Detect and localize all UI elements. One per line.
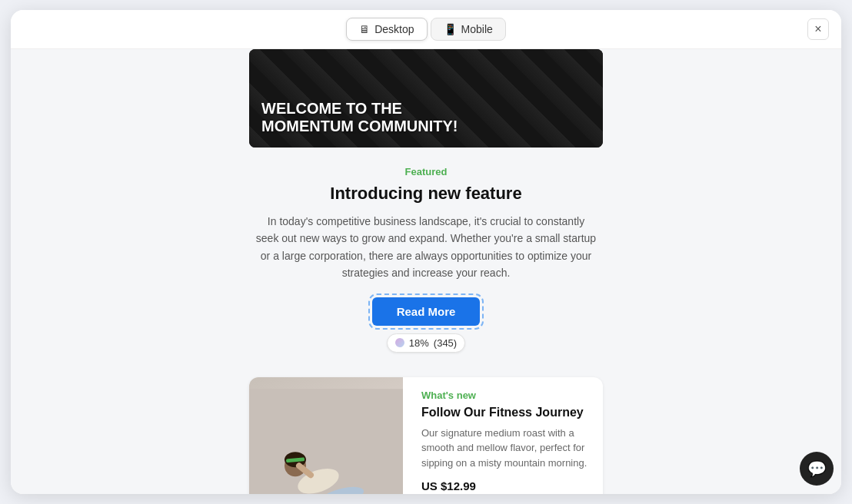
featured-rating-count: (345) — [434, 337, 457, 349]
fitness-card-price: US $12.99 — [421, 479, 591, 492]
hero-text: WELCOME TO THE MOMENTUM COMMUNITY! — [261, 100, 458, 135]
featured-rating-percentage: 18% — [409, 337, 429, 349]
close-icon: × — [814, 22, 821, 36]
read-more-button[interactable]: Read More — [372, 297, 481, 326]
hero-banner: WELCOME TO THE MOMENTUM COMMUNITY! — [249, 49, 603, 148]
featured-description: In today's competitive business landscap… — [255, 213, 597, 282]
page-container: WELCOME TO THE MOMENTUM COMMUNITY! Featu… — [249, 49, 603, 494]
featured-tag: Featured — [255, 166, 597, 177]
desktop-view-button[interactable]: 🖥 Desktop — [346, 18, 427, 41]
fitness-card-description: Our signature medium roast with a smooth… — [421, 426, 591, 471]
whats-new-tag: What's new — [421, 390, 591, 401]
featured-rating-badge: 18% (345) — [387, 333, 465, 353]
close-button[interactable]: × — [807, 18, 829, 40]
fitness-card-title: Follow Our Fitness Journey — [421, 406, 591, 419]
fitness-card: 2kg 2% (12) What's new Follow Our Fitnes… — [249, 377, 603, 494]
desktop-label: Desktop — [374, 23, 414, 35]
chat-icon: 💬 — [807, 459, 827, 478]
hero-line1: WELCOME TO THE — [261, 100, 458, 118]
browser-toolbar: 🖥 Desktop 📱 Mobile × — [11, 10, 841, 49]
featured-section: Featured Introducing new feature In toda… — [249, 166, 603, 353]
desktop-icon: 🖥 — [359, 23, 370, 35]
mobile-label: Mobile — [461, 23, 493, 35]
browser-content: WELCOME TO THE MOMENTUM COMMUNITY! Featu… — [11, 49, 841, 494]
chat-bubble-button[interactable]: 💬 — [800, 452, 834, 486]
view-toggle: 🖥 Desktop 📱 Mobile — [346, 18, 506, 41]
hero-line2: MOMENTUM COMMUNITY! — [261, 118, 458, 135]
rating-dot-icon — [395, 338, 404, 347]
mobile-view-button[interactable]: 📱 Mobile — [431, 18, 506, 41]
fitness-card-content: What's new Follow Our Fitness Journey Ou… — [418, 377, 603, 494]
fitness-card-image: 2kg 2% (12) — [249, 377, 403, 494]
fitness-person-image: 2kg — [249, 377, 403, 494]
mobile-icon: 📱 — [444, 23, 457, 35]
featured-title: Introducing new feature — [255, 184, 597, 204]
